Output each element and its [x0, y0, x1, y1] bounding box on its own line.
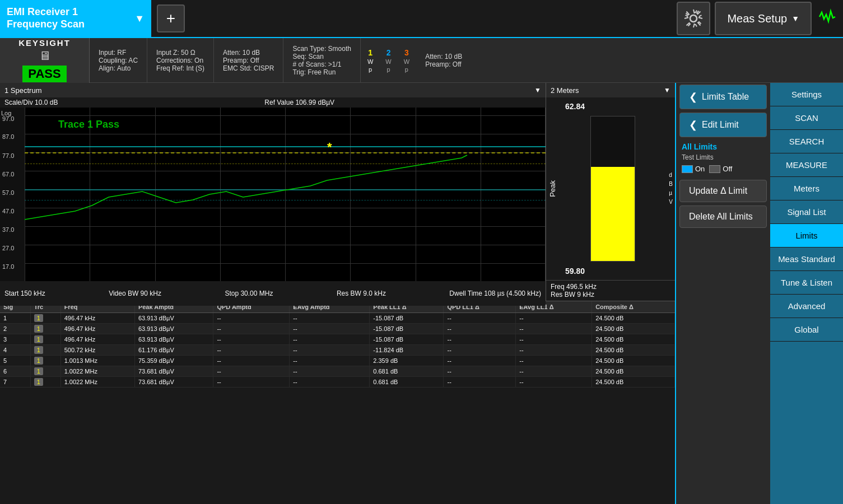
table-row[interactable]: 4 1 500.72 kHz 61.176 dBµV -- -- -11.824… [0, 345, 675, 356]
cell-composite: 24.500 dB [592, 377, 675, 388]
trace-buttons-area: 1 W p 2 W p 3 W p [361, 38, 416, 83]
y-label-17: 17.0 [2, 263, 14, 270]
cell-peak-amptd: 63.913 dBµV [134, 334, 213, 345]
spectrum-panel: 1 Spectrum ▼ Scale/Div 10.0 dB Ref Value… [0, 83, 546, 301]
cell-qpd-ll1: -- [444, 345, 516, 356]
meters-dropdown-icon[interactable]: ▼ [664, 86, 670, 94]
keysight-monitor-icon: 🖥 [39, 49, 51, 63]
table-row[interactable]: 2 1 496.47 kHz 63.913 dBµV -- -- -15.087… [0, 324, 675, 334]
cell-peak-amptd: 61.176 dBµV [134, 345, 213, 356]
table-row[interactable]: 3 1 496.47 kHz 63.913 dBµV -- -- -15.087… [0, 334, 675, 345]
test-limits-label: Test Limits [676, 152, 770, 162]
meas-setup-dropdown-icon[interactable]: ▼ [791, 14, 799, 23]
svg-point-0 [690, 15, 697, 22]
delete-all-label: Delete All Limits [689, 212, 753, 222]
y-label-57: 57.0 [2, 189, 14, 196]
cell-sig: 3 [0, 334, 30, 345]
trace-pass-label: Trace 1 Pass [58, 119, 119, 130]
nav-global-button[interactable]: Global [770, 318, 843, 342]
spinner-icon [817, 7, 837, 30]
cell-qpd-amptd: -- [213, 345, 290, 356]
test-limits-on-option[interactable]: On [682, 165, 705, 173]
nav-measure-button[interactable]: MEASURE [770, 153, 843, 177]
limits-table-button[interactable]: ❮ Limits Table [679, 85, 767, 109]
right-sidebar: ❮ Limits Table ❮ Edit Limit All Limits T… [675, 83, 843, 504]
trace-2-group[interactable]: 2 W p [385, 48, 391, 73]
cell-freq: 496.47 kHz [60, 324, 134, 334]
gear-icon [683, 8, 704, 29]
cell-eavg-ll1: -- [516, 366, 592, 377]
signal-table-area: Sig Trc Freq Peak Amptd QPD Amptd EAvg A… [0, 301, 675, 504]
cell-freq: 496.47 kHz [60, 334, 134, 345]
cell-trc: 1 [30, 356, 60, 366]
edit-limit-label: Edit Limit [702, 120, 739, 130]
edit-limit-button[interactable]: ❮ Edit Limit [679, 113, 767, 137]
trace-3-p: p [405, 66, 408, 73]
meter-bottom-value: 59.80 [548, 267, 585, 278]
meter-fill-bar [591, 167, 635, 261]
nav-tune-listen-button[interactable]: Tune & Listen [770, 271, 843, 295]
res-bw-label: Res BW 9.0 kHz [337, 290, 386, 297]
meter-bar [590, 116, 635, 262]
meter-peak-label: Peak [548, 180, 557, 197]
update-limit-button[interactable]: Update Δ Limit [679, 180, 767, 202]
app-title-block: EMI Receiver 1 Frequency Scan ▼ [0, 0, 151, 38]
y-label-77: 77.0 [2, 152, 14, 159]
cell-peak-amptd: 73.681 dBµV [134, 377, 213, 388]
spectrum-footer: Start 150 kHz Video BW 90 kHz Stop 30.00… [0, 281, 546, 306]
add-panel-button[interactable]: + [157, 4, 185, 32]
trace-1-group[interactable]: 1 W p [367, 48, 373, 73]
cell-sig: 6 [0, 366, 30, 377]
trace-2-w: W [385, 58, 391, 65]
nav-meters-button[interactable]: Meters [770, 177, 843, 200]
cell-qpd-ll1: -- [444, 377, 516, 388]
nav-scan-button[interactable]: SCAN [770, 106, 843, 130]
ref-value-label: Ref Value 106.99 dBµV [264, 99, 334, 106]
table-row[interactable]: 1 1 496.47 kHz 63.913 dBµV -- -- -15.087… [0, 313, 675, 324]
cell-qpd-ll1: -- [444, 334, 516, 345]
nav-settings-button[interactable]: Settings [770, 83, 843, 106]
spectrum-dropdown-icon[interactable]: ▼ [534, 86, 541, 94]
nav-signal-list-button[interactable]: Signal List [770, 200, 843, 224]
delete-all-limits-button[interactable]: Delete All Limits [679, 206, 767, 228]
cell-qpd-ll1: -- [444, 366, 516, 377]
nav-meas-standard-button[interactable]: Meas Standard [770, 248, 843, 271]
cell-trc: 1 [30, 366, 60, 377]
meas-setup-button[interactable]: Meas Setup ▼ [715, 2, 812, 35]
meters-body: 62.84 Peak dBµV 59.80 [546, 97, 675, 280]
spectrum-chart[interactable]: Log 97.0 87.0 77.0 67.0 57.0 47.0 37.0 2… [0, 108, 546, 281]
cell-peak-amptd: 63.913 dBµV [134, 324, 213, 334]
limits-table-label: Limits Table [702, 92, 749, 102]
update-limit-label: Update Δ Limit [689, 186, 747, 196]
cell-sig: 1 [0, 313, 30, 324]
cell-eavg-amptd: -- [290, 356, 370, 366]
test-limits-off-indicator [709, 165, 720, 173]
trace-2-number: 2 [386, 48, 391, 57]
cell-qpd-ll1: -- [444, 324, 516, 334]
table-row[interactable]: 5 1 1.0013 MHz 75.359 dBµV -- -- 2.359 d… [0, 356, 675, 366]
nav-limits-button[interactable]: Limits [770, 224, 843, 248]
nav-advanced-button[interactable]: Advanced [770, 295, 843, 318]
trace-3-number: 3 [404, 48, 409, 57]
test-limits-off-option[interactable]: Off [709, 165, 732, 173]
table-row[interactable]: 6 1 1.0022 MHz 73.681 dBµV -- -- 0.681 d… [0, 366, 675, 377]
table-row[interactable]: 7 1 1.0022 MHz 73.681 dBµV -- -- 0.681 d… [0, 377, 675, 388]
cell-peak-ll1: -15.087 dB [370, 324, 444, 334]
info-col-input: Input: RF Coupling: AC Align: Auto [90, 38, 147, 83]
cell-peak-ll1: -15.087 dB [370, 334, 444, 345]
y-label-37: 37.0 [2, 226, 14, 233]
settings-gear-button[interactable] [677, 2, 710, 35]
cell-composite: 24.500 dB [592, 356, 675, 366]
trace-3-group[interactable]: 3 W p [404, 48, 409, 73]
cell-freq: 1.0022 MHz [60, 377, 134, 388]
trace-3-w: W [404, 58, 409, 65]
cell-peak-ll1: -11.824 dB [370, 345, 444, 356]
cell-qpd-amptd: -- [213, 334, 290, 345]
cell-eavg-ll1: -- [516, 377, 592, 388]
cell-peak-ll1: 0.681 dB [370, 366, 444, 377]
title-dropdown-icon[interactable]: ▼ [134, 13, 145, 25]
limits-table-chevron-icon: ❮ [689, 91, 697, 103]
test-limits-on-indicator [682, 165, 693, 173]
spectrum-title: 1 Spectrum [4, 86, 41, 95]
nav-search-button[interactable]: SEARCH [770, 130, 843, 153]
